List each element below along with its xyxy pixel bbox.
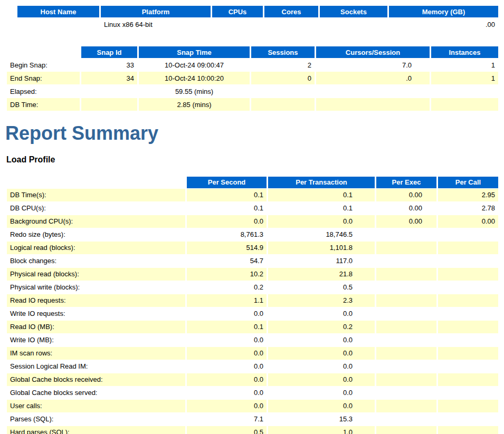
load-profile-row: Read IO requests: 1.1 2.3 [7,294,498,307]
per-exec-cell [376,387,436,399]
sessions-cell [251,85,315,98]
load-profile-row: Physical write (blocks): 0.2 0.5 [7,281,498,294]
metric-label-cell: Physical read (blocks): [7,268,185,281]
per-transaction-cell: 0.0 [268,334,375,346]
per-call-cell [438,360,498,373]
snap-id-cell: 33 [81,59,137,71]
per-transaction-cell: 0.0 [268,400,375,412]
snap-time-cell: 10-Oct-24 10:00:20 [139,72,250,84]
per-second-cell: 0.0 [187,347,267,360]
per-exec-cell [376,294,436,307]
snapshot-row-label: Elapsed: [7,85,80,98]
per-transaction-cell: 1,101.8 [268,242,375,254]
host-name-header: Host Name [17,6,99,17]
load-profile-row: DB Time(s): 0.1 0.1 0.00 2.95 [7,189,498,201]
metric-label-cell: Session Logical Read IM: [7,360,185,373]
load-profile-row: Write IO requests: 0.0 0.0 [7,307,498,320]
metric-label-cell: Physical write (blocks): [7,281,185,294]
per-exec-cell [376,242,436,254]
metric-label-cell: Background CPU(s): [7,215,185,228]
per-call-cell [438,242,498,254]
per-exec-cell: 0.00 [376,189,436,201]
cores-cell [264,18,318,31]
load-profile-row: Logical read (blocks): 514.9 1,101.8 [7,242,498,254]
load-profile-row: Write IO (MB): 0.0 0.0 [7,334,498,346]
sessions-cell: 0 [251,72,315,84]
per-exec-cell [376,268,436,281]
load-profile-table: Per Second Per Transaction Per Exec Per … [5,176,500,434]
metric-label-cell: Write IO requests: [7,307,185,320]
per-transaction-cell: 15.3 [268,413,375,426]
per-call-cell: 2.95 [438,189,498,201]
load-profile-row: Read IO (MB): 0.1 0.2 [7,321,498,333]
per-call-cell [438,307,498,320]
per-transaction-header: Per Transaction [268,177,375,188]
load-profile-row: Global Cache blocks received: 0.0 0.0 [7,373,498,386]
per-second-cell: 0.5 [187,426,267,434]
snapshot-table-body: Begin Snap: 33 10-Oct-24 09:00:47 2 7.0 … [7,59,498,111]
metric-label-cell: DB CPU(s): [7,202,185,215]
snapshot-row-label: Begin Snap: [7,59,80,71]
per-call-cell [438,387,498,399]
snapshot-row-label: End Snap: [7,72,80,84]
per-exec-cell [376,400,436,412]
per-call-cell [438,321,498,333]
snap-id-header: Snap Id [81,46,137,58]
per-transaction-cell: 0.1 [268,202,375,215]
per-exec-cell: 0.00 [376,215,436,228]
memory-header: Memory (GB) [389,6,498,17]
per-exec-cell [376,413,436,426]
per-second-header: Per Second [187,177,267,188]
load-profile-row: Parses (SQL): 7.1 15.3 [7,413,498,426]
snap-id-cell: 34 [81,72,137,84]
per-second-cell: 0.0 [187,373,267,386]
per-exec-cell: 0.00 [376,202,436,215]
per-call-cell [438,228,498,241]
per-exec-cell [376,307,436,320]
cursors-per-session-cell: .0 [316,72,430,84]
snap-id-cell [81,98,137,111]
per-second-cell: 0.2 [187,281,267,294]
per-transaction-cell: 0.2 [268,321,375,333]
platform-header: Platform [101,6,211,17]
per-transaction-cell: 0.5 [268,281,375,294]
per-second-cell: 8,761.3 [187,228,267,241]
instances-cell: 1 [431,72,498,84]
per-call-cell [438,373,498,386]
load-profile-row: Session Logical Read IM: 0.0 0.0 [7,360,498,373]
cursors-per-session-cell [316,98,430,111]
sessions-cell: 2 [251,59,315,71]
per-call-cell [438,400,498,412]
per-call-cell [438,281,498,294]
per-second-cell: 54.7 [187,255,267,267]
per-transaction-cell: 21.8 [268,268,375,281]
per-transaction-cell: 0.1 [268,189,375,201]
host-name-cell [17,18,99,31]
per-transaction-cell: 0.0 [268,215,375,228]
per-transaction-cell: 0.0 [268,387,375,399]
per-exec-cell [376,334,436,346]
sockets-header: Sockets [320,6,387,17]
per-exec-header: Per Exec [376,177,436,188]
sessions-header: Sessions [251,46,315,58]
per-call-cell: 0.00 [438,215,498,228]
snapshot-row: Begin Snap: 33 10-Oct-24 09:00:47 2 7.0 … [7,59,498,71]
platform-cell: Linux x86 64-bit [101,18,211,31]
per-call-cell [438,294,498,307]
load-profile-heading: Load Profile [6,155,504,165]
instances-header: Instances [431,46,498,58]
load-profile-row: Background CPU(s): 0.0 0.0 0.00 0.00 [7,215,498,228]
snapshot-row: Elapsed: 59.55 (mins) [7,85,498,98]
per-exec-cell [376,360,436,373]
per-second-cell: 0.0 [187,387,267,399]
snap-id-cell [81,85,137,98]
per-second-cell: 7.1 [187,413,267,426]
load-profile-row: Block changes: 54.7 117.0 [7,255,498,267]
per-second-cell: 1.1 [187,294,267,307]
metric-label-cell: Write IO (MB): [7,334,185,346]
load-profile-row: Hard parses (SQL): 0.5 1.0 [7,426,498,434]
instances-cell [431,85,498,98]
per-call-cell: 2.78 [438,202,498,215]
per-second-cell: 0.0 [187,307,267,320]
snapshot-row-label: DB Time: [7,98,80,111]
